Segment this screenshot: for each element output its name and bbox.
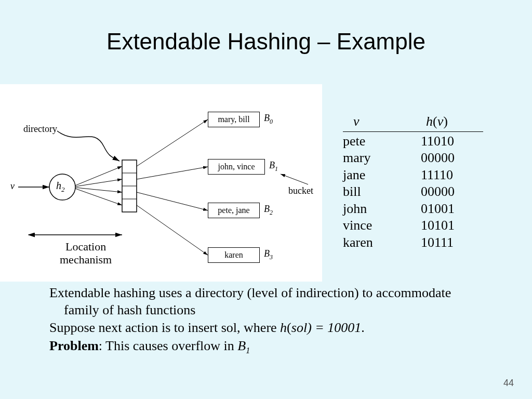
svg-line-7	[75, 179, 122, 187]
bucket-2-label: B2	[264, 204, 273, 217]
svg-line-9	[75, 189, 122, 205]
bucket-pointer-label: bucket	[288, 185, 313, 196]
page-number: 44	[503, 378, 514, 389]
bucket-2: pete, jane	[208, 203, 260, 218]
svg-line-11	[137, 167, 208, 179]
slide-title: Extendable Hashing – Example	[0, 0, 532, 68]
table-row: karen10111	[343, 234, 483, 251]
hash-value-table: v h(v) pete11010 mary00000 jane11110 bil…	[343, 113, 483, 251]
table-row: vince10101	[343, 217, 483, 234]
bucket-3-label: B3	[264, 248, 273, 261]
location-mechanism-label: Location mechanism	[60, 240, 112, 267]
svg-line-12	[137, 192, 208, 210]
table-row: pete11010	[343, 133, 483, 150]
header-hv: h(v)	[426, 113, 483, 130]
hash-node: h2	[56, 180, 65, 194]
directory-label: directory	[23, 124, 57, 135]
hash-table-header: v h(v)	[343, 113, 483, 132]
bucket-1-label: B1	[269, 160, 278, 173]
bucket-0-label: B0	[264, 113, 273, 126]
slide: Extendable Hashing – Example	[0, 0, 532, 399]
body-line-2: Suppose next action is to insert sol, wh…	[49, 320, 486, 337]
diagram: v h2 directory bucket mary, bill B0 john…	[0, 84, 322, 282]
svg-line-10	[137, 119, 208, 166]
bucket-3: karen	[208, 247, 260, 263]
table-row: mary00000	[343, 150, 483, 167]
svg-line-14	[281, 174, 308, 184]
svg-line-6	[75, 166, 122, 185]
table-row: john01001	[343, 201, 483, 218]
table-row: bill00000	[343, 183, 483, 201]
svg-line-13	[137, 205, 208, 255]
bucket-1: john, vince	[208, 159, 265, 175]
header-v: v	[343, 113, 426, 130]
body-text: Extendable hashing uses a directory (lev…	[49, 285, 486, 357]
body-line-1: Extendable hashing uses a directory (lev…	[49, 285, 486, 318]
bucket-0: mary, bill	[208, 112, 260, 127]
v-input-label: v	[10, 181, 15, 192]
table-row: jane11110	[343, 167, 483, 184]
diagram-svg	[0, 84, 322, 282]
svg-line-8	[75, 188, 122, 192]
body-line-3: Problem: This causes overflow in B1	[49, 338, 486, 356]
